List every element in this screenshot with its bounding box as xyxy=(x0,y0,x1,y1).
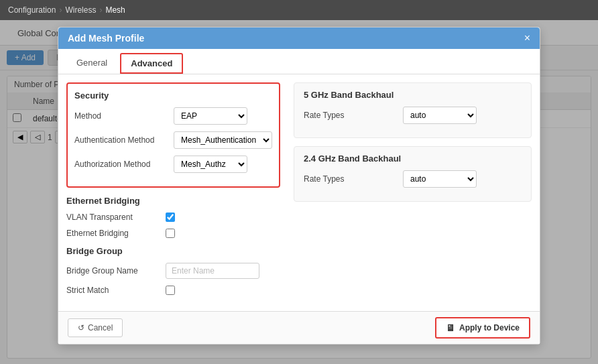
strict-match-label: Strict Match xyxy=(66,286,160,295)
modal-close-button[interactable]: × xyxy=(524,33,530,44)
ethernet-bridging-row: Ethernet Bridging xyxy=(66,229,280,238)
modal-overlay: Add Mesh Profile × General Advanced Secu… xyxy=(0,20,598,364)
security-section: Security Method EAP PSK None Authenticat… xyxy=(66,82,280,188)
band5-rate-select[interactable]: auto manual xyxy=(403,107,477,124)
nav-configuration[interactable]: Configuration xyxy=(8,5,56,15)
cancel-button[interactable]: ↺ Cancel xyxy=(68,318,123,337)
band24-title: 2.4 GHz Band Backhaul xyxy=(304,154,522,164)
modal-title: Add Mesh Profile xyxy=(68,33,144,44)
modal-tab-advanced[interactable]: Advanced xyxy=(120,53,183,74)
band24-rate-label: Rate Types xyxy=(304,174,398,184)
modal-footer: ↺ Cancel 🖥 Apply to Device xyxy=(58,311,540,344)
band24-rate-row: Rate Types auto manual xyxy=(304,170,522,188)
band24-rate-select[interactable]: auto manual xyxy=(403,170,477,188)
modal-left-column: Security Method EAP PSK None Authenticat… xyxy=(66,82,280,303)
band5-title: 5 GHz Band Backhaul xyxy=(304,90,522,100)
modal-right-column: 5 GHz Band Backhaul Rate Types auto manu… xyxy=(294,82,532,303)
method-label: Method xyxy=(74,111,168,121)
authz-method-select[interactable]: Mesh_Authz xyxy=(174,156,247,173)
bridge-name-label: Bridge Group Name xyxy=(66,266,160,276)
strict-match-checkbox[interactable] xyxy=(166,286,175,295)
vlan-transparent-label: VLAN Transparent xyxy=(66,213,160,222)
vlan-transparent-checkbox[interactable] xyxy=(166,213,175,222)
apply-device-button[interactable]: 🖥 Apply to Device xyxy=(435,317,530,339)
top-navigation: Configuration › Wireless › Mesh xyxy=(0,0,598,20)
apply-device-label: Apply to Device xyxy=(459,323,520,332)
bridge-name-row: Bridge Group Name xyxy=(66,263,280,279)
modal-body: Security Method EAP PSK None Authenticat… xyxy=(58,74,540,311)
ethernet-bridging-label: Ethernet Bridging xyxy=(66,229,160,238)
auth-method-label: Authentication Method xyxy=(74,135,168,145)
modal-tabs: General Advanced xyxy=(58,49,540,74)
strict-match-row: Strict Match xyxy=(66,286,280,295)
security-title: Security xyxy=(74,90,272,101)
band5-rate-label: Rate Types xyxy=(304,111,398,120)
authz-method-row: Authorization Method Mesh_Authz xyxy=(74,156,272,173)
band5-rate-row: Rate Types auto manual xyxy=(304,107,522,124)
band5-section: 5 GHz Band Backhaul Rate Types auto manu… xyxy=(294,82,532,138)
add-mesh-profile-modal: Add Mesh Profile × General Advanced Secu… xyxy=(58,27,540,345)
ethernet-section: Ethernet Bridging VLAN Transparent Ether… xyxy=(66,196,280,238)
cancel-icon: ↺ xyxy=(78,323,84,332)
nav-sep2: › xyxy=(99,5,102,15)
bridge-name-input[interactable] xyxy=(166,263,259,279)
method-row: Method EAP PSK None xyxy=(74,107,272,125)
modal-header: Add Mesh Profile × xyxy=(58,27,540,49)
ethernet-bridging-checkbox[interactable] xyxy=(166,229,175,238)
auth-method-row: Authentication Method Mesh_Authenticatio… xyxy=(74,131,272,149)
bridge-section: Bridge Group Bridge Group Name Strict Ma… xyxy=(66,246,280,295)
nav-mesh: Mesh xyxy=(105,5,125,15)
apply-device-icon: 🖥 xyxy=(446,322,455,333)
band24-section: 2.4 GHz Band Backhaul Rate Types auto ma… xyxy=(294,146,532,202)
ethernet-title: Ethernet Bridging xyxy=(66,196,280,206)
method-select[interactable]: EAP PSK None xyxy=(174,107,247,125)
modal-tab-general[interactable]: General xyxy=(66,53,117,74)
vlan-transparent-row: VLAN Transparent xyxy=(66,213,280,222)
nav-sep1: › xyxy=(59,5,62,15)
cancel-label: Cancel xyxy=(88,323,113,332)
auth-method-select[interactable]: Mesh_Authentication xyxy=(174,131,272,149)
nav-wireless[interactable]: Wireless xyxy=(65,5,96,15)
bridge-title: Bridge Group xyxy=(66,246,280,256)
authz-method-label: Authorization Method xyxy=(74,160,168,169)
